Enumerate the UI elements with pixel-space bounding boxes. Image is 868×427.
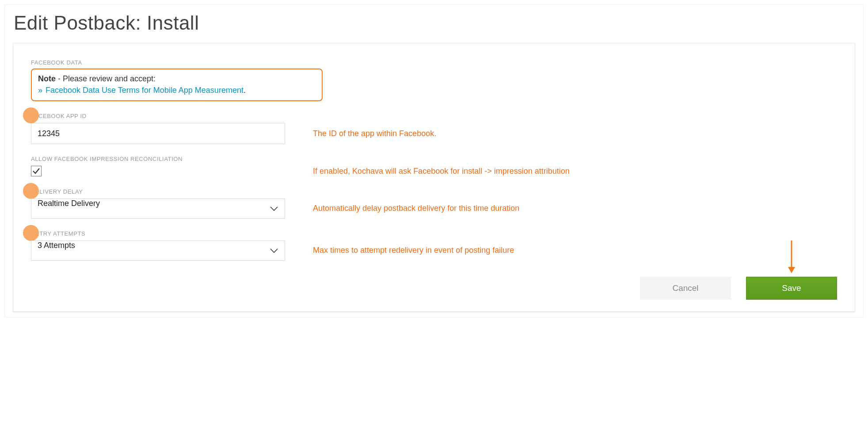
delivery-delay-select[interactable]: Realtime Delivery <box>31 198 285 219</box>
app-id-help: The ID of the app within Facebook. <box>313 129 436 139</box>
facebook-data-label: FACEBOOK DATA <box>31 59 837 66</box>
cancel-button[interactable]: Cancel <box>640 277 731 300</box>
retry-attempts-help: Max times to attempt redelivery in event… <box>313 245 514 255</box>
row-retry-attempts: RETRY ATTEMPTS 3 Attempts Max times to a… <box>31 230 837 261</box>
impression-checkbox[interactable] <box>31 166 42 176</box>
note-period: . <box>244 86 246 95</box>
note-lead: - Please review and accept: <box>56 74 156 83</box>
delivery-delay-help: Automatically delay postback delivery fo… <box>313 203 519 214</box>
form-panel: FACEBOOK DATA Note - Please review and a… <box>13 43 855 312</box>
annotation-marker <box>23 183 39 199</box>
retry-attempts-select[interactable]: 3 Attempts <box>31 240 285 261</box>
impression-label: ALLOW FACEBOOK IMPRESSION RECONCILIATION <box>31 156 837 162</box>
check-icon <box>32 167 40 175</box>
note-box: Note - Please review and accept: » Faceb… <box>31 69 323 101</box>
page-title: Edit Postback: Install <box>14 12 855 34</box>
row-delivery-delay: DELIVERY DELAY Realtime Delivery Automat… <box>31 188 837 219</box>
save-button[interactable]: Save <box>746 277 837 300</box>
terms-link[interactable]: Facebook Data Use Terms for Mobile App M… <box>46 86 244 95</box>
impression-help: If enabled, Kochava will ask Facebook fo… <box>313 166 570 176</box>
app-id-label: FACEBOOK APP ID <box>31 113 305 119</box>
svg-marker-1 <box>788 267 795 273</box>
arrow-down-icon <box>786 240 797 276</box>
row-app-id: FACEBOOK APP ID The ID of the app within… <box>31 113 837 144</box>
page-frame: Edit Postback: Install FACEBOOK DATA Not… <box>4 4 864 317</box>
delivery-delay-label: DELIVERY DELAY <box>31 188 305 195</box>
annotation-marker <box>23 225 39 241</box>
app-id-field[interactable] <box>31 123 285 144</box>
row-impression: ALLOW FACEBOOK IMPRESSION RECONCILIATION… <box>31 156 837 177</box>
note-prefix: Note <box>38 74 56 83</box>
annotation-marker <box>23 107 39 123</box>
form-actions: Cancel Save <box>31 277 837 300</box>
raquo-icon: » <box>38 86 42 95</box>
retry-attempts-label: RETRY ATTEMPTS <box>31 230 305 237</box>
